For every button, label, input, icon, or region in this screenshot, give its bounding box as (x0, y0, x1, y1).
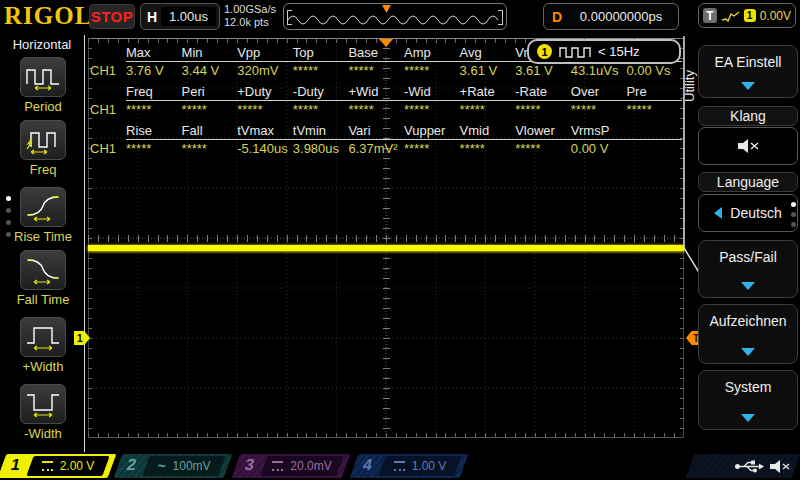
speaker-muted-icon (735, 137, 761, 155)
measurement-group: Rise Fall tVmax tVmin Vari Vupper Vmid V… (90, 123, 682, 156)
chevron-left-icon (714, 207, 722, 219)
usb-icon (734, 459, 764, 474)
status-icons-box (690, 454, 796, 478)
channel-scale: 2.00 V (60, 459, 95, 473)
menu-item-label: System (725, 379, 772, 395)
menu-item-label: Fall Time (0, 292, 86, 307)
menu-item-ea-einstell[interactable]: EA Einstell (698, 45, 798, 98)
channel-scale: 100mV (173, 459, 211, 473)
channel-label: CH1 (90, 63, 126, 78)
square-wave-icon (558, 45, 592, 59)
tab-utility: Utility (682, 56, 698, 116)
channel-1-status[interactable]: 1 2.00 V (2, 454, 112, 478)
channel-scale: 1.00 V (412, 459, 447, 473)
channel-content: 20.0mV (266, 457, 338, 475)
channel-4-status[interactable]: 4 1.00 V (354, 454, 464, 478)
page-indicator-dot (6, 232, 11, 237)
trigger-frequency-popup: 1 < 15Hz (527, 39, 681, 64)
menu-item-label: Period (0, 99, 86, 114)
page-indicator-dot (6, 208, 11, 213)
oscilloscope-screen: RIGOL STOP H 1.00us 1.00GSa/s 12.0k pts … (0, 0, 800, 480)
memory-depth: 12.0k pts (224, 16, 276, 29)
timebase-value: 1.00us (161, 7, 216, 26)
menu-item-label: Language (717, 174, 779, 190)
ac-coupling-icon (157, 458, 165, 474)
period-icon (20, 57, 66, 97)
rigol-logo: RIGOL (4, 2, 92, 30)
menu-item-klang[interactable]: Klang (698, 106, 798, 126)
dc-coupling-icon (42, 461, 53, 471)
menu-item-pass-fail[interactable]: Pass/Fail (698, 240, 798, 298)
menu-item-rise-time[interactable]: Rise Time (0, 187, 86, 244)
page-indicator-dot (791, 202, 796, 207)
menu-item-plus-width[interactable]: +Width (0, 317, 86, 374)
menu-item-label: Klang (730, 108, 766, 124)
measurement-value-row: CH1 3.76 V 3.44 V 320mV ***** ***** ****… (90, 62, 682, 78)
channel-label: CH1 (90, 102, 126, 117)
channel-content: 2.00 V (32, 457, 104, 475)
page-indicator-dot (6, 220, 11, 225)
trigger-frequency-value: < 15Hz (598, 44, 640, 59)
delay-value: 0.00000000ps (570, 9, 672, 24)
page-indicator-dot (6, 196, 11, 201)
preview-wave-icon (284, 4, 504, 27)
dc-coupling-icon (272, 461, 283, 471)
klang-value-button[interactable] (698, 127, 798, 165)
minus-width-icon (20, 384, 66, 424)
ch1-trace (88, 245, 684, 251)
menu-item-period[interactable]: Period (0, 57, 86, 114)
delay-box[interactable]: D 0.00000000ps (543, 3, 679, 30)
trigger-source-badge: 1 (537, 44, 552, 59)
channel-scale: 20.0mV (290, 459, 331, 473)
measurement-header-row: Freq Peri +Duty -Duty +Wid -Wid +Rate -R… (90, 84, 682, 101)
trigger-label: T (703, 8, 717, 23)
trigger-level: 0.00V (760, 9, 791, 23)
channel-content: 100mV (148, 457, 220, 475)
delay-label: D (552, 9, 562, 25)
channel-3-status[interactable]: 3 20.0mV (236, 454, 346, 478)
rise-time-icon (20, 187, 66, 227)
menu-item-fall-time[interactable]: Fall Time (0, 250, 86, 307)
menu-item-label: -Width (0, 426, 86, 441)
menu-item-system[interactable]: System (698, 370, 798, 430)
measurement-group: Freq Peri +Duty -Duty +Wid -Wid +Rate -R… (90, 84, 682, 117)
language-value-button[interactable]: Deutsch (698, 194, 798, 232)
chevron-down-icon (741, 282, 755, 290)
menu-item-language[interactable]: Language (698, 172, 798, 192)
measurement-value-row: CH1 ***** ***** ***** ***** ***** ***** … (90, 101, 682, 117)
left-menu-title: Horizontal (0, 37, 84, 52)
language-value: Deutsch (730, 205, 781, 221)
measurement-value-row: CH1 ***** ***** -5.140us 3.980us 6.37mV²… (90, 140, 682, 156)
menu-item-aufzeichnen[interactable]: Aufzeichnen (698, 304, 798, 364)
run-state-badge[interactable]: STOP (89, 4, 135, 29)
window-bracket-left-icon (287, 10, 292, 25)
trigger-edge-icon (721, 9, 740, 23)
page-indicator-dot (791, 212, 796, 217)
chevron-down-icon (741, 348, 755, 356)
chevron-down-icon (741, 82, 755, 90)
measurement-header-row: Rise Fall tVmax tVmin Vari Vupper Vmid V… (90, 123, 682, 140)
sample-rate: 1.00GSa/s (224, 3, 276, 16)
menu-item-label: +Width (0, 359, 86, 374)
waveform-preview (283, 3, 507, 30)
channel-label: CH1 (90, 141, 126, 156)
menu-item-label: EA Einstell (715, 54, 782, 70)
menu-item-minus-width[interactable]: -Width (0, 384, 86, 441)
fall-time-icon (20, 250, 66, 290)
horizontal-label: H (147, 9, 157, 25)
timebase-box[interactable]: H 1.00us (140, 3, 220, 30)
trigger-source-badge: 1 (744, 9, 756, 22)
window-bracket-right-icon (498, 10, 503, 25)
page-indicator-dot (791, 222, 796, 227)
speaker-muted-icon (768, 458, 792, 475)
trigger-box[interactable]: T 1 0.00V (698, 3, 796, 28)
dc-coupling-icon (394, 461, 405, 471)
acquisition-info: 1.00GSa/s 12.0k pts (224, 3, 276, 29)
plus-width-icon (20, 317, 66, 357)
menu-item-label: Pass/Fail (719, 249, 777, 265)
channel-2-status[interactable]: 2 100mV (118, 454, 228, 478)
menu-item-label: Aufzeichnen (709, 313, 786, 329)
menu-item-freq[interactable]: Freq (0, 120, 86, 177)
freq-icon (20, 120, 66, 160)
menu-item-label: Freq (0, 162, 86, 177)
